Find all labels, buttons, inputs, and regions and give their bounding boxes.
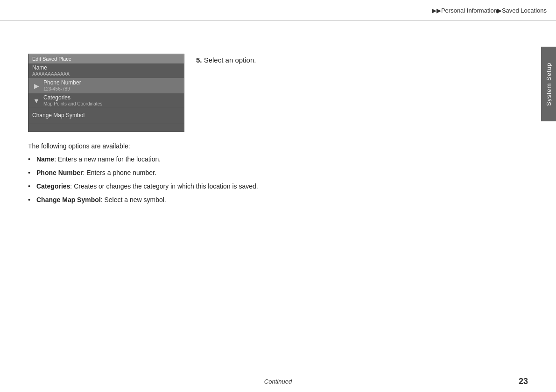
- option-phone-desc: : Enters a phone number.: [83, 169, 156, 176]
- list-item-name: Name: Enters a new name for the location…: [28, 154, 509, 164]
- device-menu-name-sub: AAAAAAAAAAAA: [32, 71, 70, 77]
- footer-page-number: 23: [519, 377, 528, 386]
- device-header: Edit Saved Place: [28, 54, 184, 63]
- list-item-phone: Phone Number: Enters a phone number.: [28, 168, 509, 178]
- breadcrumb-bar: ▶▶Personal Information▶Saved Locations: [0, 0, 556, 21]
- option-categories-desc: : Creates or changes the category in whi…: [70, 182, 258, 190]
- device-menu-phone-content: Phone Number 123-456-789: [43, 79, 81, 91]
- option-categories-bold: Categories: [36, 182, 70, 190]
- list-item-categories: Categories: Creates or changes the categ…: [28, 182, 509, 191]
- device-menu-item-name[interactable]: Name AAAAAAAAAAAA: [28, 63, 184, 78]
- list-item-change-map: Change Map Symbol: Select a new symbol.: [28, 195, 509, 205]
- step-instruction: 5. Select an option.: [196, 56, 256, 64]
- options-section: The following options are available: Nam…: [28, 142, 509, 209]
- device-menu-item-change-map[interactable]: Change Map Symbol: [28, 108, 184, 123]
- phone-arrow-icon: ▶: [32, 82, 41, 90]
- device-menu-phone-main: Phone Number: [43, 79, 81, 86]
- breadcrumb-arrow2: ▶: [497, 7, 502, 14]
- option-name-bold: Name: [36, 155, 54, 163]
- options-list: Name: Enters a new name for the location…: [28, 154, 509, 205]
- device-menu-changemap-content: Change Map Symbol: [32, 112, 84, 119]
- device-menu-item-phone[interactable]: ▶ Phone Number 123-456-789: [28, 78, 184, 93]
- device-menu-categories-content: Categories Map Points and Coordinates: [43, 94, 102, 106]
- device-screenshot: Edit Saved Place Name AAAAAAAAAAAA ▶ Pho…: [28, 54, 184, 132]
- categories-down-icon: ▼: [32, 97, 41, 105]
- option-changemap-bold: Change Map Symbol: [36, 196, 101, 203]
- footer-continued: Continued: [264, 378, 292, 385]
- step-description: Select an option.: [204, 56, 256, 64]
- breadcrumb-text: ▶▶Personal Information▶Saved Locations: [432, 7, 547, 14]
- device-menu-item-categories[interactable]: ▼ Categories Map Points and Coordinates: [28, 93, 184, 108]
- sidebar-tab: System Setup: [541, 47, 556, 121]
- device-menu-phone-sub: 123-456-789: [43, 86, 81, 92]
- device-menu-name-content: Name AAAAAAAAAAAA: [32, 64, 70, 77]
- breadcrumb-part1: Personal Information: [441, 7, 497, 14]
- step-number: 5.: [196, 56, 202, 64]
- main-content: Edit Saved Place Name AAAAAAAAAAAA ▶ Pho…: [28, 26, 533, 369]
- option-changemap-desc: : Select a new symbol.: [101, 196, 166, 203]
- sidebar-tab-label: System Setup: [545, 63, 552, 106]
- footer: Continued 23: [0, 371, 556, 392]
- device-menu-categories-main: Categories: [43, 94, 102, 101]
- device-menu-name-main: Name: [32, 64, 70, 71]
- breadcrumb-part2: Saved Locations: [502, 7, 547, 14]
- device-menu-changemap-main: Change Map Symbol: [32, 112, 84, 119]
- option-name-desc: : Enters a new name for the location.: [54, 155, 161, 163]
- option-phone-bold: Phone Number: [36, 169, 83, 176]
- breadcrumb-arrow1: ▶▶: [432, 7, 441, 14]
- device-menu-categories-sub: Map Points and Coordinates: [43, 101, 102, 107]
- options-intro: The following options are available:: [28, 142, 509, 150]
